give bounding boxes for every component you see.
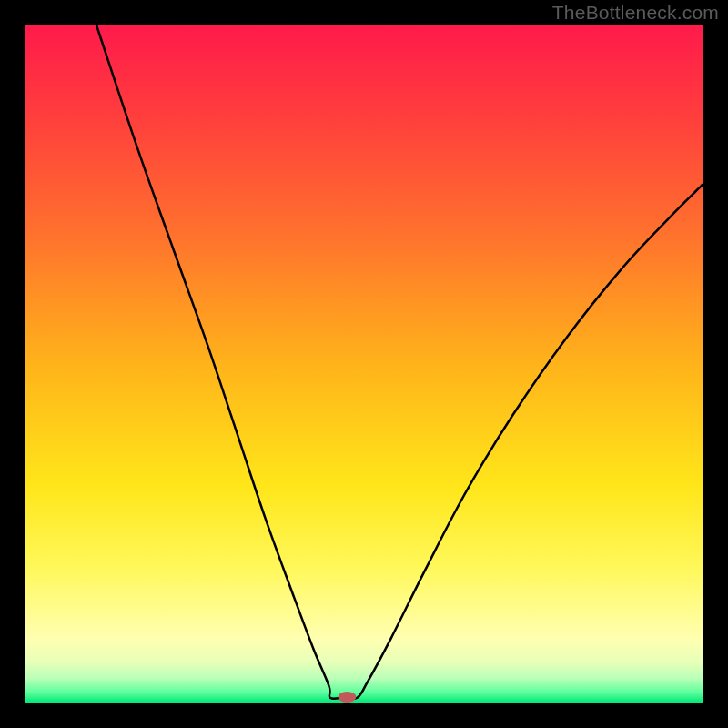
bottleneck-chart xyxy=(0,0,728,728)
minimum-marker xyxy=(338,692,356,703)
chart-frame: { "watermark": "TheBottleneck.com", "cha… xyxy=(0,0,728,728)
plot-background xyxy=(25,25,703,703)
